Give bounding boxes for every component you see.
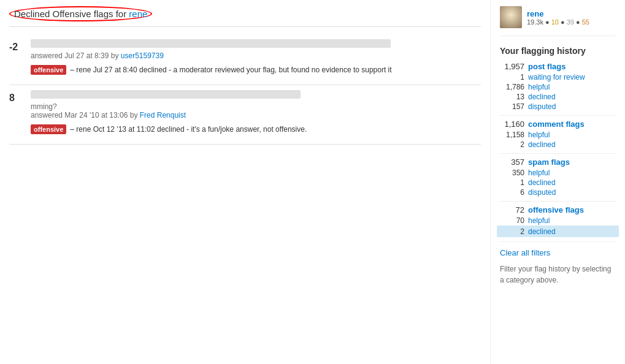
offensive-flags-count: 72	[500, 205, 524, 214]
offensive-flags-link[interactable]: offensive flags	[528, 205, 584, 214]
sidebar: rene 19.3k ● 10 ● 39 ● 55 Your flagging …	[490, 0, 625, 364]
post-declined-label: declined	[528, 92, 556, 101]
title-prefix: Declined Offensive flags for	[14, 9, 126, 19]
comment-helpful-link[interactable]: helpful	[528, 131, 550, 139]
post-meta-user-2[interactable]: Fred Renquist	[140, 111, 186, 119]
comment-flags-section: 1,160 comment flags 1,158 helpful 2 decl…	[500, 119, 616, 154]
post-waiting-row: 1 waiting for review	[500, 72, 616, 82]
flag-row-2: offensive – rene Oct 12 '13 at 11:02 dec…	[31, 122, 481, 137]
post-meta-1: answered Jul 27 at 8:39 by user5159739	[31, 51, 481, 60]
spam-declined-label: declined	[528, 178, 556, 187]
user-card: rene 19.3k ● 10 ● 39 ● 55	[500, 6, 616, 36]
spam-declined-row: 1 declined	[500, 178, 616, 187]
post-item-2: 8 mming? answered Mar 24 '10 at 13:06 by…	[9, 85, 481, 145]
page-title: Declined Offensive flags for rene	[9, 9, 152, 19]
user-info: rene 19.3k ● 10 ● 39 ● 55	[527, 9, 589, 26]
post-score-1: -2	[9, 39, 28, 53]
page-title-area: Declined Offensive flags for rene	[9, 6, 481, 27]
offensive-helpful-label: helpful	[528, 216, 550, 225]
offensive-declined-row: 2 declined	[497, 226, 619, 237]
post-waiting-link[interactable]: waiting for review	[528, 73, 585, 82]
post-helpful-link[interactable]: helpful	[528, 83, 550, 91]
offensive-badge-1: offensive	[31, 65, 66, 75]
spam-helpful-count: 350	[500, 169, 524, 177]
spam-disputed-label: disputed	[528, 188, 556, 197]
bronze-badges: 55	[582, 18, 589, 26]
flag-row-1: offensive – rene Jul 27 at 8:40 declined…	[31, 63, 481, 77]
post-flags-label: post flags	[528, 62, 566, 71]
user-name-link[interactable]: rene	[527, 9, 589, 18]
spam-flags-label: spam flags	[528, 157, 570, 167]
post-declined-link[interactable]: declined	[528, 93, 556, 101]
comment-declined-link[interactable]: declined	[528, 140, 556, 149]
post-flags-link[interactable]: post flags	[528, 62, 566, 71]
spam-disputed-link[interactable]: disputed	[528, 188, 556, 197]
offensive-declined-count: 2	[500, 227, 524, 236]
bullet-1: ●	[545, 18, 551, 26]
user-rep: 19.3k ● 10 ● 39 ● 55	[527, 18, 589, 26]
offensive-helpful-count: 70	[500, 216, 524, 225]
post-item-1: -2 answered Jul 27 at 8:39 by user515973…	[9, 34, 481, 85]
post-score-2: 8	[9, 90, 28, 104]
spam-flags-link[interactable]: spam flags	[528, 157, 570, 167]
spam-helpful-link[interactable]: helpful	[528, 169, 550, 177]
offensive-badge-2: offensive	[31, 124, 66, 134]
post-declined-row: 13 declined	[500, 92, 616, 101]
comment-helpful-row: 1,158 helpful	[500, 130, 616, 139]
user-rep-value: 19.3k	[527, 18, 543, 26]
comment-flags-link[interactable]: comment flags	[528, 119, 585, 129]
post-waiting-label: waiting for review	[528, 72, 585, 82]
spam-declined-link[interactable]: declined	[528, 178, 556, 187]
post-waiting-count: 1	[500, 73, 524, 82]
post-body-2: mming? answered Mar 24 '10 at 13:06 by F…	[31, 90, 481, 137]
comment-flags-label: comment flags	[528, 119, 585, 129]
offensive-flags-section: 72 offensive flags 70 helpful 2 declined	[500, 205, 616, 242]
offensive-helpful-link[interactable]: helpful	[528, 216, 550, 225]
clear-filters-link[interactable]: Clear all filters	[500, 248, 550, 257]
flagging-history-title: Your flagging history	[500, 46, 616, 56]
offensive-helpful-row: 70 helpful	[500, 216, 616, 225]
post-content-bar-2	[31, 90, 301, 99]
spam-helpful-row: 350 helpful	[500, 168, 616, 177]
bullet-2: ●	[561, 18, 567, 26]
comment-flags-count: 1,160	[500, 119, 524, 129]
post-meta-2: mming? answered Mar 24 '10 at 13:06 by F…	[31, 102, 481, 119]
spam-flags-total-row: 357 spam flags	[500, 157, 616, 167]
spam-disputed-count: 6	[500, 188, 524, 197]
post-flags-count: 1,957	[500, 62, 524, 71]
post-declined-count: 13	[500, 93, 524, 101]
spam-flags-section: 357 spam flags 350 helpful 1 declined	[500, 157, 616, 202]
post-helpful-row: 1,786 helpful	[500, 82, 616, 91]
comment-declined-row: 2 declined	[500, 140, 616, 149]
post-disputed-count: 157	[500, 102, 524, 111]
spam-disputed-row: 6 disputed	[500, 188, 616, 197]
flag-text-1: – rene Jul 27 at 8:40 declined - a moder…	[70, 66, 391, 74]
post-meta-text-1: answered Jul 27 at 8:39 by	[31, 51, 118, 60]
silver-badges: 39	[567, 18, 574, 26]
gold-badges: 10	[551, 18, 559, 26]
comment-helpful-count: 1,158	[500, 131, 524, 139]
post-meta-text-2: answered Mar 24 '10 at 13:06 by	[31, 111, 137, 119]
spam-flags-count: 357	[500, 157, 524, 167]
spam-helpful-label: helpful	[528, 168, 550, 177]
post-flags-section: 1,957 post flags 1 waiting for review 1,…	[500, 62, 616, 116]
post-helpful-label: helpful	[528, 82, 550, 91]
post-disputed-link[interactable]: disputed	[528, 102, 556, 111]
post-disputed-label: disputed	[528, 102, 556, 111]
filter-hint: Filter your flag history by selecting a …	[500, 264, 616, 286]
offensive-declined-link[interactable]: declined	[528, 227, 556, 236]
title-user-link[interactable]: rene	[129, 9, 147, 19]
flag-text-2: – rene Oct 12 '13 at 11:02 declined - it…	[70, 125, 307, 134]
spam-declined-count: 1	[500, 178, 524, 187]
post-meta-prefix-2: mming?	[31, 102, 57, 111]
offensive-declined-label: declined	[528, 227, 556, 236]
post-disputed-row: 157 disputed	[500, 102, 616, 111]
comment-helpful-label: helpful	[528, 130, 550, 139]
post-meta-user-1[interactable]: user5159739	[121, 51, 164, 60]
avatar-image	[500, 6, 522, 28]
offensive-flags-total-row: 72 offensive flags	[500, 205, 616, 214]
user-avatar	[500, 6, 522, 28]
clear-filters: Clear all filters	[500, 248, 616, 257]
comment-declined-label: declined	[528, 140, 556, 149]
post-content-bar-1	[31, 39, 391, 48]
